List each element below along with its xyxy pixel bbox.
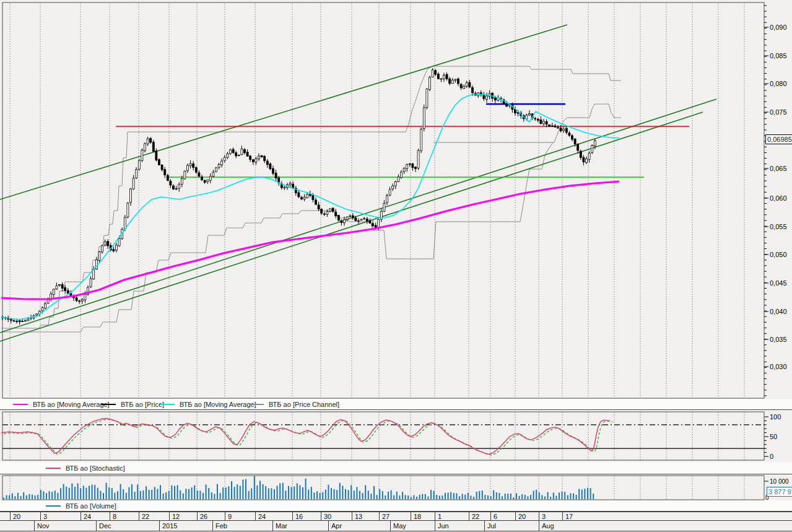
price-swatch-icon (101, 404, 116, 405)
day-cell-17: 17 (562, 512, 767, 520)
price-axis-label: 0,075 (770, 108, 787, 116)
price-channel-swatch-icon (249, 404, 264, 405)
current-price-value: 0,06985 (767, 136, 792, 143)
day-cell (0, 512, 10, 520)
day-cell-22: 22 (139, 512, 169, 520)
day-cell-24: 24 (81, 512, 110, 520)
stochastic-swatch-icon (46, 468, 61, 469)
current-price-box: 0,06985 (765, 134, 792, 144)
month-cell-Dec: Dec (96, 521, 159, 531)
day-cell-9: 9 (225, 512, 255, 520)
day-cell-26: 26 (197, 512, 225, 520)
month-cell-Feb: Feb (212, 521, 272, 531)
price-axis-label: 0,030 (770, 363, 787, 370)
stochastic-axis-label: 50 (770, 433, 777, 440)
day-cell-8: 8 (110, 512, 139, 520)
ma-fast-swatch-icon (160, 404, 175, 405)
day-cell-12: 12 (169, 512, 197, 520)
price-chart-panel[interactable]: 0,0900,0850,0800,0750,0650,0600,0550,050… (0, 0, 792, 399)
day-cell-20: 20 (10, 512, 40, 520)
month-cell (0, 521, 34, 531)
day-cell-16: 16 (292, 512, 321, 520)
month-cell-Mar: Mar (272, 521, 328, 531)
day-cell-13: 13 (352, 512, 379, 520)
month-cell-Aug: Aug (539, 521, 767, 531)
day-cell-30: 30 (321, 512, 352, 520)
month-cell-Apr: Apr (328, 521, 390, 531)
day-cell-18: 18 (411, 512, 435, 520)
date-axis-months: NovDec2015FebMarAprMayJunJulAug (0, 521, 792, 531)
price-axis-label: 0,050 (770, 251, 787, 258)
stochastic-axis-label: 0 (770, 453, 773, 460)
price-axis-label: 0,060 (770, 194, 787, 202)
price-axis-label: 0,040 (770, 308, 787, 315)
legend-label: ВТБ ао [Moving Average] (180, 401, 256, 408)
day-cell-6: 6 (490, 512, 515, 520)
legend-label: ВТБ ао [Stochastic] (66, 464, 125, 472)
price-axis-label: 0,080 (770, 80, 787, 87)
price-axis-label: 0,065 (770, 165, 787, 172)
current-volume-box: 3 877 970 (767, 487, 792, 497)
month-cell-Nov: Nov (34, 521, 96, 531)
legend-stochastic[interactable]: ВТБ ао [Stochastic] (46, 462, 125, 474)
price-axis-label: 0,055 (770, 223, 787, 230)
legend-volume[interactable]: ВТБ ао [Volume] (46, 500, 116, 511)
stochastic-legend-row: ВТБ ао [Stochastic] (0, 462, 792, 474)
legend-label: ВТБ ао [Moving Average] (33, 401, 110, 408)
day-cell-22: 22 (469, 512, 490, 520)
volume-legend-row: ВТБ ао [Volume] (0, 500, 792, 512)
legend-price-channel[interactable]: ВТБ ао [Price Channel] (249, 399, 339, 409)
month-cell-Jun: Jun (435, 521, 484, 531)
legend-label: ВТБ ао [Price Channel] (269, 401, 339, 408)
ma-slow-swatch-icon (13, 404, 28, 405)
volume-panel[interactable]: 10 0000 (0, 474, 792, 500)
month-cell-May: May (390, 521, 435, 531)
price-axis-label: 0,035 (770, 336, 787, 343)
current-volume-value: 3 877 970 (768, 488, 792, 495)
day-cell-20: 20 (515, 512, 539, 520)
price-axis-label: 0,090 (770, 24, 787, 31)
month-cell-2015: 2015 (159, 521, 212, 531)
price-axis-label: 0,085 (770, 52, 787, 59)
legend-ma-slow[interactable]: ВТБ ао [Moving Average] (13, 399, 110, 409)
day-cell-27: 27 (379, 512, 411, 520)
legend-ma-fast[interactable]: ВТБ ао [Moving Average] (160, 399, 256, 409)
stochastic-axis-label: 100 (770, 413, 781, 421)
stochastic-panel[interactable]: 100500 (0, 410, 792, 461)
day-cell-3: 3 (539, 512, 562, 520)
legend-price[interactable]: ВТБ ао [Price] (101, 399, 164, 409)
chart-window: 0,0900,0850,0800,0750,0650,0600,0550,050… (0, 0, 792, 532)
legend-label: ВТБ ао [Price] (121, 401, 164, 408)
legend-label: ВТБ ао [Volume] (66, 502, 116, 510)
volume-axis-label-10k: 10 000 (770, 478, 789, 485)
date-axis-days: 2032482212269241630132718122620317 (0, 512, 792, 521)
volume-swatch-icon (46, 505, 61, 507)
price-axis-label: 0,045 (770, 279, 787, 287)
day-cell-1: 1 (435, 512, 469, 520)
price-legend-row: ВТБ ао [Moving Average] ВТБ ао [Price] В… (0, 399, 792, 410)
day-cell-3: 3 (40, 512, 81, 520)
month-cell-Jul: Jul (484, 521, 539, 531)
day-cell-24: 24 (255, 512, 292, 520)
